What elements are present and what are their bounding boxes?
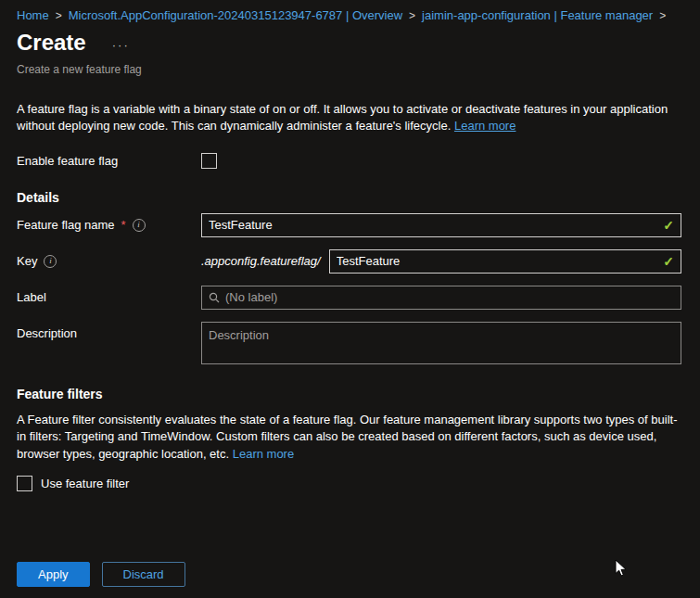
use-feature-filter-checkbox[interactable]	[17, 476, 32, 491]
footer-actions: Apply Discard	[17, 562, 185, 587]
description-row: Description	[17, 322, 681, 364]
feature-flag-name-label: Feature flag name	[17, 218, 115, 232]
feature-flag-name-row: Feature flag name * i ✓	[17, 213, 681, 237]
feature-filters-text: A Feature filter consistently evaluates …	[17, 413, 677, 461]
description-field-label: Description	[17, 326, 77, 340]
feature-filters-learn-more-link[interactable]: Learn more	[233, 447, 294, 461]
key-label: Key	[17, 254, 37, 268]
key-input[interactable]	[337, 254, 658, 268]
intro-learn-more-link[interactable]: Learn more	[454, 119, 515, 133]
enable-feature-flag-label: Enable feature flag	[17, 154, 118, 168]
breadcrumb-separator: >	[56, 9, 62, 22]
form-content: A feature flag is a variable with a bina…	[0, 101, 700, 491]
label-row: Label	[17, 286, 681, 310]
feature-filters-heading: Feature filters	[17, 387, 681, 401]
breadcrumb-separator: >	[409, 9, 415, 22]
breadcrumb-feature-manager[interactable]: jaimin-app-configuration | Feature manag…	[422, 8, 653, 22]
info-icon[interactable]: i	[133, 219, 146, 232]
label-field-label: Label	[17, 290, 46, 304]
feature-filters-paragraph: A Feature filter consistently evaluates …	[17, 412, 681, 463]
key-prefix: .appconfig.featureflag/	[201, 254, 321, 268]
key-row: Key i .appconfig.featureflag/ ✓	[17, 249, 681, 274]
label-box	[201, 286, 681, 310]
key-box: ✓	[329, 249, 681, 274]
info-icon[interactable]: i	[44, 255, 57, 268]
feature-flag-name-box: ✓	[201, 213, 681, 237]
apply-button[interactable]: Apply	[17, 562, 90, 587]
description-input[interactable]	[209, 328, 674, 358]
details-heading: Details	[17, 190, 681, 205]
mouse-cursor	[615, 559, 630, 581]
more-options-button[interactable]: ···	[112, 38, 130, 57]
enable-feature-flag-row: Enable feature flag	[17, 153, 681, 169]
use-feature-filter-label: Use feature filter	[41, 477, 129, 490]
intro-text: A feature flag is a variable with a bina…	[17, 102, 668, 133]
page-subtitle: Create a new feature flag	[17, 63, 681, 76]
use-feature-filter-row: Use feature filter	[17, 476, 681, 491]
required-marker: *	[121, 218, 126, 232]
breadcrumb-separator: >	[659, 9, 666, 22]
label-input[interactable]	[225, 290, 674, 304]
search-icon	[209, 292, 220, 303]
intro-paragraph: A feature flag is a variable with a bina…	[17, 101, 681, 135]
description-box	[201, 322, 681, 364]
breadcrumb-app-configuration-overview[interactable]: Microsoft.AppConfiguration-2024031512394…	[69, 8, 402, 22]
discard-button[interactable]: Discard	[102, 562, 185, 587]
page-title: Create	[17, 30, 86, 57]
page-header: Create ··· Create a new feature flag	[0, 26, 700, 76]
breadcrumb-home[interactable]: Home	[17, 8, 49, 22]
breadcrumb: Home > Microsoft.AppConfiguration-202403…	[0, 0, 700, 26]
valid-check-icon: ✓	[663, 218, 674, 233]
create-feature-flag-page: { "breadcrumb": { "separator": ">", "ite…	[0, 0, 700, 598]
valid-check-icon: ✓	[663, 254, 674, 269]
feature-flag-name-input[interactable]	[209, 218, 657, 232]
enable-feature-flag-checkbox[interactable]	[201, 153, 217, 169]
